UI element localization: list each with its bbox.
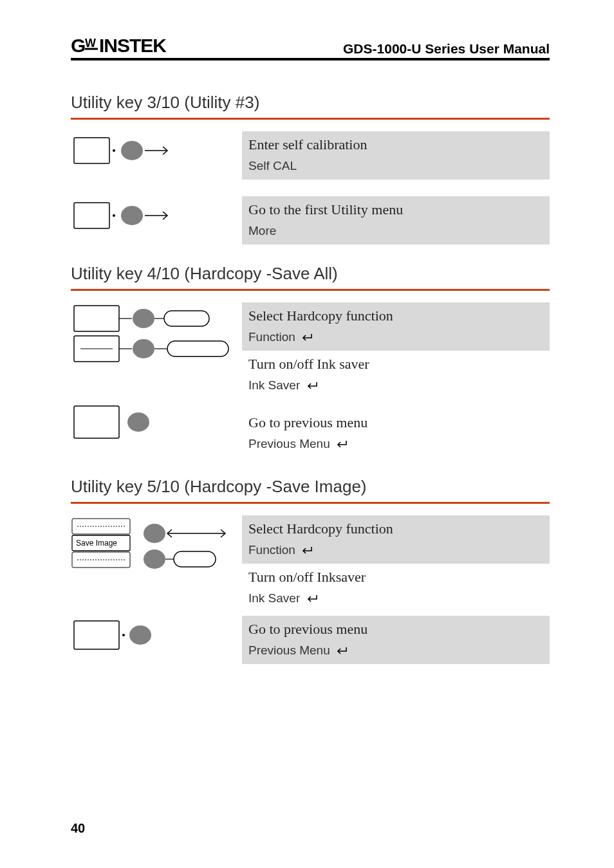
diagram-button-arrow-1 xyxy=(71,131,200,170)
svg-point-30 xyxy=(144,524,165,543)
svg-rect-36 xyxy=(74,621,119,649)
diagram-saveimage: Save Image xyxy=(71,515,230,575)
brand-logo: G W INSTEK xyxy=(71,35,180,57)
row-prev-menu: Go to previous menu Previous Menu xyxy=(71,403,550,457)
desc-top: Go to previous menu xyxy=(242,403,550,434)
svg-point-5 xyxy=(113,149,115,152)
enter-icon xyxy=(300,333,314,343)
row-saveimage: Save Image Select Hardcopy function Func… xyxy=(71,515,550,612)
enter-icon xyxy=(335,439,349,450)
page-header: G W INSTEK GDS-1000-U Series User Manual xyxy=(71,35,550,60)
svg-point-9 xyxy=(113,214,115,217)
desc-bottom: Previous Menu xyxy=(242,434,550,457)
desc-bottom-text: Ink Saver xyxy=(248,591,300,605)
save-image-label: Save Image xyxy=(76,539,117,548)
desc-top: Go to previous menu xyxy=(242,616,550,640)
row-prev-menu-2: Go to previous menu Previous Menu xyxy=(71,616,550,664)
diagram-button-dot xyxy=(71,616,167,654)
diagram-button-arrow-2 xyxy=(71,196,200,235)
svg-point-6 xyxy=(121,141,143,160)
svg-rect-4 xyxy=(74,138,109,163)
desc-top: Go to the first Utility menu xyxy=(242,196,550,221)
svg-point-20 xyxy=(133,339,154,358)
svg-point-38 xyxy=(129,625,151,645)
desc-bottom: Ink Saver xyxy=(242,375,550,399)
desc-top: Select Hardcopy function xyxy=(242,515,550,540)
svg-text:W: W xyxy=(85,37,96,50)
row-more: Go to the first Utility menu More xyxy=(71,196,550,245)
desc-bottom-text: Previous Menu xyxy=(248,643,330,657)
row-hardcopy-func: Select Hardcopy function Function Turn o… xyxy=(71,302,550,399)
svg-point-37 xyxy=(122,634,125,636)
svg-rect-35 xyxy=(174,551,216,567)
svg-rect-12 xyxy=(74,306,119,331)
enter-icon xyxy=(305,381,319,391)
desc-bottom: Ink Saver xyxy=(242,588,550,612)
section-title-1: Utility key 3/10 (Utility #3) xyxy=(71,93,550,120)
row-selfcal: Enter self calibration Self CAL xyxy=(71,131,550,180)
section-title-2: Utility key 4/10 (Hardcopy -Save All) xyxy=(71,264,550,291)
svg-text:INSTEK: INSTEK xyxy=(99,35,167,56)
desc-bottom-text: Ink Saver xyxy=(248,378,300,392)
desc-top: Select Hardcopy function xyxy=(242,302,550,327)
desc-bottom-text: Function xyxy=(248,330,295,344)
desc-bottom: Function xyxy=(242,540,550,564)
brand-logo-svg: G W INSTEK xyxy=(71,35,180,57)
svg-rect-16 xyxy=(164,311,209,326)
desc-bottom: Function xyxy=(242,327,550,351)
svg-point-10 xyxy=(121,206,143,225)
page-number: 40 xyxy=(71,821,85,836)
desc-bottom: Previous Menu xyxy=(242,640,550,664)
enter-icon xyxy=(305,594,319,604)
svg-point-33 xyxy=(144,549,165,569)
desc-bottom: More xyxy=(242,221,550,245)
svg-text:G: G xyxy=(71,35,85,56)
section-title-3: Utility key 5/10 (Hardcopy -Save Image) xyxy=(71,477,550,504)
desc-top: Turn on/off Ink saver xyxy=(242,351,550,375)
svg-point-14 xyxy=(133,309,154,328)
svg-rect-8 xyxy=(74,203,109,228)
enter-icon xyxy=(335,646,349,656)
desc-top: Turn on/off Inksaver xyxy=(242,564,550,588)
diagram-single-button xyxy=(71,403,167,441)
svg-rect-23 xyxy=(74,406,119,438)
manual-title: GDS-1000-U Series User Manual xyxy=(343,41,550,57)
desc-bottom-text: Function xyxy=(248,543,295,557)
diagram-two-buttons xyxy=(71,302,230,367)
svg-rect-22 xyxy=(167,341,228,356)
desc-bottom: Self CAL xyxy=(242,156,550,180)
svg-point-24 xyxy=(127,412,149,432)
desc-top: Enter self calibration xyxy=(242,131,550,156)
desc-bottom-text: Previous Menu xyxy=(248,437,330,450)
enter-icon xyxy=(300,546,314,556)
